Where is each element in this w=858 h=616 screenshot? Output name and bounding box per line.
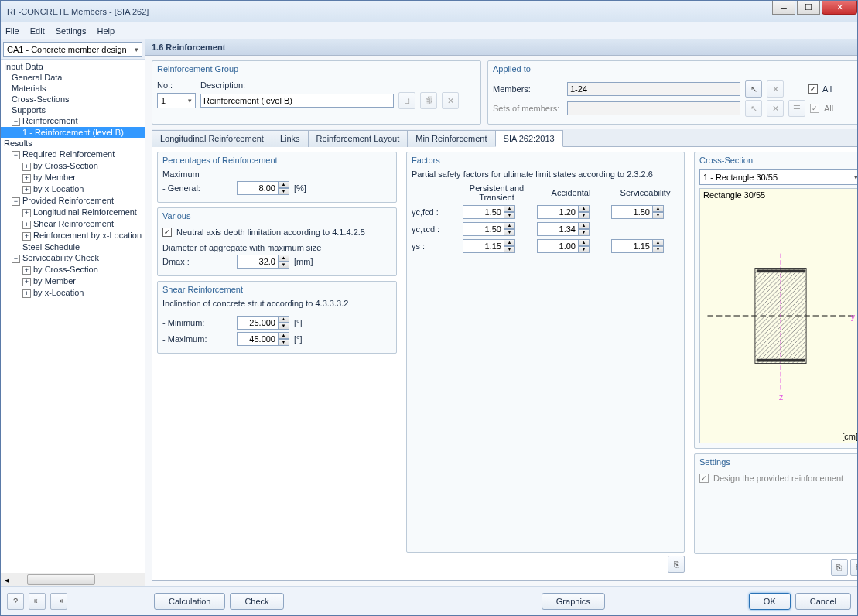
nav-reinforcement[interactable]: −Reinforcement	[1, 115, 145, 127]
cs-info-icon[interactable]: ⎘	[831, 559, 848, 576]
nav-materials[interactable]: Materials	[1, 83, 145, 94]
expand-icon[interactable]: +	[22, 163, 31, 171]
nav-prov-long[interactable]: +Longitudinal Reinforcement	[1, 207, 145, 218]
nav-input-data[interactable]: Input Data	[1, 61, 145, 72]
members-input[interactable]	[567, 82, 740, 96]
clear-icon: ✕	[767, 100, 784, 117]
pick-icon[interactable]: ↖	[745, 80, 762, 98]
members-all-check[interactable]: ✓	[808, 84, 818, 94]
tab-min[interactable]: Min Reinforcement	[407, 130, 495, 147]
nav-serv-x[interactable]: +by x-Location	[1, 287, 145, 299]
tab-longitudinal[interactable]: Longitudinal Reinforcement	[152, 130, 272, 147]
reinforcement-group-box: Reinforcement Group No.: Description: 1 …	[152, 60, 481, 125]
nav-reinf-1[interactable]: 1 - Reinforcement (level B)	[1, 127, 145, 138]
shear-min-spin[interactable]: ▲▼	[237, 316, 289, 330]
clear-icon: ✕	[767, 80, 784, 98]
collapse-icon[interactable]: −	[12, 118, 20, 126]
cs-edit-icon[interactable]: ⎘	[850, 559, 857, 576]
gamma-c-tcd-pt[interactable]: ▲▼	[463, 222, 531, 236]
shear-max-spin[interactable]: ▲▼	[237, 332, 289, 346]
window-title: RF-CONCRETE Members - [SIA 262]	[7, 7, 856, 16]
expand-icon[interactable]: +	[22, 221, 31, 229]
collapse-icon[interactable]: −	[12, 151, 20, 159]
nav-cross-sections[interactable]: Cross-Sections	[1, 94, 145, 104]
sets-all-check: ✓	[810, 104, 819, 113]
new-icon: 🗋	[398, 92, 415, 109]
collapse-icon[interactable]: −	[12, 197, 20, 206]
nav-general-data[interactable]: General Data	[1, 72, 145, 83]
nav-supports[interactable]: Supports	[1, 104, 145, 115]
close-button[interactable]: ✕	[822, 1, 857, 15]
nav-hscroll[interactable]: ◂	[1, 573, 145, 586]
expand-icon[interactable]: +	[22, 266, 31, 275]
tab-links[interactable]: Links	[272, 130, 309, 147]
nav-steel-sched[interactable]: Steel Schedule	[1, 241, 145, 252]
nav-tree[interactable]: Input Data General Data Materials Cross-…	[1, 60, 145, 573]
menu-file[interactable]: File	[5, 26, 19, 36]
expand-icon[interactable]: +	[22, 174, 31, 183]
nav-required-reinf[interactable]: −Required Reinforcement	[1, 149, 145, 160]
svg-text:y: y	[851, 313, 856, 321]
svg-rect-2	[755, 269, 806, 364]
svg-text:z: z	[779, 393, 783, 402]
svg-rect-4	[757, 359, 805, 362]
navigator: CA1 - Concrete member design Input Data …	[1, 39, 145, 586]
nav-prov-x[interactable]: +Reinforcement by x-Location	[1, 230, 145, 241]
nav-req-x[interactable]: +by x-Location	[1, 183, 145, 195]
expand-icon[interactable]: +	[22, 278, 31, 286]
copy-icon: 🗐	[420, 92, 437, 109]
check-button[interactable]: Check	[230, 593, 283, 610]
minimize-button[interactable]: ─	[772, 1, 795, 15]
shear-box: Shear Reinforcement Inclination of concr…	[157, 281, 397, 354]
help-icon[interactable]: ?	[7, 593, 24, 610]
nav-results[interactable]: Results	[1, 138, 145, 149]
reinf-desc-input[interactable]	[200, 94, 394, 108]
expand-icon[interactable]: +	[22, 232, 31, 241]
nav-serv-cs[interactable]: +by Cross-Section	[1, 264, 145, 275]
gamma-c-fcd-pt[interactable]: ▲▼	[463, 205, 531, 219]
expand-icon[interactable]: +	[22, 186, 31, 194]
cancel-button[interactable]: Cancel	[795, 593, 851, 610]
design-provided-check: ✓	[699, 474, 709, 483]
nav-serv-check[interactable]: −Serviceability Check	[1, 252, 145, 264]
svg-rect-3	[757, 269, 805, 272]
next-icon[interactable]: ⇥	[50, 593, 67, 610]
settings-box: Settings ✓Design the provided reinforcem…	[694, 453, 857, 554]
expand-icon[interactable]: +	[22, 209, 31, 217]
nav-req-cs[interactable]: +by Cross-Section	[1, 160, 145, 172]
dmax-spin[interactable]: ▲▼	[237, 255, 289, 269]
nav-serv-member[interactable]: +by Member	[1, 275, 145, 287]
menu-edit[interactable]: Edit	[30, 26, 45, 36]
gamma-c-fcd-serv[interactable]: ▲▼	[611, 205, 679, 219]
gamma-c-fcd-acc[interactable]: ▲▼	[537, 205, 605, 219]
calculation-button[interactable]: Calculation	[154, 593, 225, 610]
reinf-no-combo[interactable]: 1	[157, 93, 196, 108]
gamma-s-serv[interactable]: ▲▼	[611, 239, 679, 253]
gamma-s-pt[interactable]: ▲▼	[463, 239, 531, 253]
prev-icon[interactable]: ⇤	[29, 593, 46, 610]
menu-help[interactable]: Help	[97, 26, 115, 36]
defaults-icon[interactable]: ⎘	[668, 556, 685, 573]
expand-icon[interactable]: +	[22, 289, 31, 298]
gamma-s-acc[interactable]: ▲▼	[537, 239, 605, 253]
nav-prov-shear[interactable]: +Shear Reinforcement	[1, 218, 145, 230]
app-window: RF-CONCRETE Members - [SIA 262] ─ ☐ ✕ Fi…	[0, 0, 858, 616]
nav-req-member[interactable]: +by Member	[1, 172, 145, 183]
tab-sia[interactable]: SIA 262:2013	[495, 130, 563, 147]
menu-settings[interactable]: Settings	[56, 26, 87, 36]
cs-combo[interactable]: 1 - Rectangle 30/55	[699, 169, 857, 185]
gamma-c-tcd-acc[interactable]: ▲▼	[537, 222, 605, 236]
graphics-button[interactable]: Graphics	[542, 593, 605, 610]
pick-icon: ↖	[745, 100, 762, 117]
collapse-icon[interactable]: −	[12, 255, 20, 263]
nav-provided-reinf[interactable]: −Provided Reinforcement	[1, 195, 145, 207]
applied-to-box: Applied to Members: ↖ ✕ ✓ All Sets o	[487, 60, 857, 125]
tab-layout[interactable]: Reinforcement Layout	[308, 130, 408, 147]
neutral-axis-check[interactable]: ✓	[162, 228, 172, 237]
percent-general-spin[interactable]: ▲▼	[237, 181, 289, 195]
list-icon: ☰	[788, 100, 805, 117]
case-combo[interactable]: CA1 - Concrete member design	[3, 42, 142, 57]
maximize-button[interactable]: ☐	[797, 1, 820, 15]
ok-button[interactable]: OK	[749, 593, 791, 610]
tabstrip: Longitudinal Reinforcement Links Reinfor…	[152, 129, 857, 147]
